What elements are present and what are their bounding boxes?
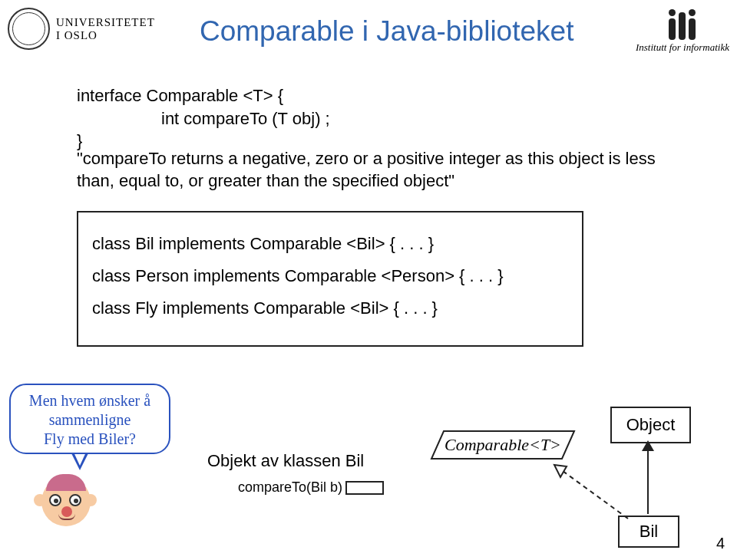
svg-marker-2 [554, 465, 567, 477]
ifi-label: Institutt for informatikk [636, 41, 729, 54]
page-number: 4 [716, 535, 725, 552]
callout-line: sammenligne [15, 410, 164, 430]
svg-line-1 [554, 465, 628, 519]
method-label: compareTo(Bil b) [238, 479, 342, 496]
slide-title: Comparable i Java-biblioteket [200, 15, 573, 48]
comparable-interface-shape: Comparable<T> [430, 430, 576, 460]
code-line: interface Comparable <T> { [77, 84, 330, 107]
class-examples-box: class Bil implements Comparable <Bil> { … [77, 211, 583, 347]
ifi-logo: Institutt for informatikk [636, 8, 729, 54]
comparable-label: Comparable<T> [445, 435, 561, 455]
uio-line1: UNIVERSITETET [56, 16, 155, 29]
class-line: class Bil implements Comparable <Bil> { … [92, 228, 568, 260]
uio-text: UNIVERSITETET I OSLO [56, 16, 155, 41]
code-line: int compareTo (T obj) ; [77, 107, 330, 130]
object-label: Object [626, 415, 676, 435]
class-line: class Person implements Comparable <Pers… [92, 260, 568, 292]
class-line: class Fly implements Comparable <Bil> { … [92, 292, 568, 324]
ifi-glyph-icon [636, 8, 729, 40]
speech-callout: Men hvem ønsker å sammenligne Fly med Bi… [9, 384, 170, 454]
callout-line: Men hvem ønsker å [15, 391, 164, 410]
implements-arrow-icon [537, 457, 645, 526]
inheritance-arrow-icon [647, 442, 649, 514]
uio-logo: UNIVERSITETET I OSLO [8, 8, 155, 50]
method-slot-box-icon [345, 481, 384, 495]
object-caption: Objekt av klassen Bil [207, 451, 364, 471]
interface-code-block: interface Comparable <T> { int compareTo… [77, 84, 330, 153]
object-class-box: Object [610, 407, 691, 443]
uio-line2: I OSLO [56, 29, 155, 42]
javadoc-quote: "compareTo returns a negative, zero or a… [77, 148, 676, 192]
cartoon-face-icon [31, 468, 100, 537]
uio-seal-icon [8, 8, 50, 50]
callout-line: Fly med Biler? [15, 430, 164, 449]
method-row: compareTo(Bil b) [238, 479, 384, 496]
